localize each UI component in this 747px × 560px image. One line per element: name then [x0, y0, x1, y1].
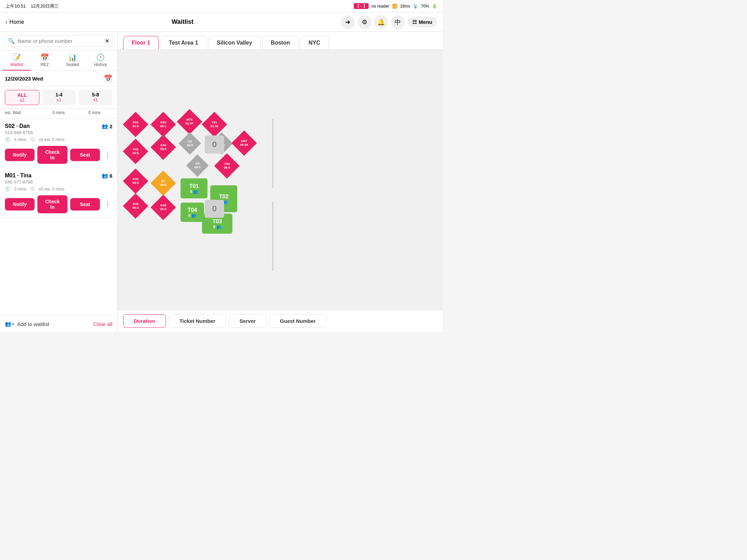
language-button[interactable]: 中 — [391, 15, 405, 29]
bottom-tab-ticket[interactable]: Ticket Number — [169, 314, 226, 328]
calendar-icon[interactable]: 📅 — [104, 74, 112, 83]
filter-5-8[interactable]: 5-8 x1 — [79, 90, 112, 105]
add-waitlist-button[interactable]: 👥+ Add to waitlist — [5, 321, 49, 327]
bottom-tabs: Duration Ticket Number Server Guest Numb… — [118, 310, 443, 332]
table-T01[interactable]: T01 8 👥 — [181, 178, 208, 198]
table-D3[interactable]: D309:5 — [190, 158, 205, 174]
table-K03[interactable]: K0300:1 — [154, 115, 172, 133]
history-icon: 🕐 — [96, 53, 105, 62]
table-K08[interactable]: K0805:3 — [154, 198, 172, 216]
entry-S02-actions: Notify Check In Seat ⋮ — [5, 146, 112, 164]
table-K05[interactable]: K0509:5 — [127, 172, 145, 190]
tab-waitlist[interactable]: 📝 Waitlist — [3, 50, 31, 71]
notifications-button[interactable]: 🔔 — [374, 15, 388, 29]
table-T03-seats: 8 👥 — [213, 225, 221, 229]
table-D2[interactable]: D209:5 — [182, 136, 198, 151]
entry-S02-notify-button[interactable]: Notify — [5, 149, 35, 161]
bottom-tab-guest[interactable]: Guest Number — [269, 314, 326, 328]
wifi-icon: 📶 — [392, 4, 397, 9]
bottom-tab-duration[interactable]: Duration — [123, 314, 166, 328]
table-Y04[interactable]: Y0409:5 — [218, 157, 236, 175]
menu-button[interactable]: ☷ Menu — [407, 17, 437, 27]
floor-tabs: Floor 1 Test Area 1 Silicon Valley Bosto… — [118, 32, 443, 50]
seated-icon: 📊 — [68, 53, 77, 62]
entry-S02-seat-button[interactable]: Seat — [70, 149, 100, 161]
page-title: Waitlist — [24, 18, 341, 26]
settings-button[interactable]: ⚙ — [358, 15, 371, 29]
tab-rez[interactable]: 📅 REZ — [31, 50, 59, 71]
tab-rez-label: REZ — [40, 62, 49, 67]
table-M75[interactable]: M7501:47 — [181, 113, 199, 131]
filter-1-4[interactable]: 1-4 x1 — [42, 90, 76, 105]
entry-M01-more-button[interactable]: ⋮ — [103, 199, 112, 210]
clear-search-icon[interactable]: ✕ — [105, 38, 109, 44]
filter-5-8-label: 5-8 — [80, 92, 111, 97]
table-empty-2[interactable]: 0 — [205, 200, 224, 218]
search-input-wrap[interactable]: 🔍 ✕ — [4, 35, 113, 47]
entry-M01-notifications: x0 est. 0 mins — [39, 187, 64, 192]
clear-all-button[interactable]: Clear all — [93, 321, 112, 327]
wait-label: est. Wait — [5, 110, 41, 115]
bottom-tab-server[interactable]: Server — [229, 314, 267, 328]
floor-tab-siliconvalley[interactable]: Silicon Valley — [208, 36, 261, 49]
table-T02-label: T02 — [219, 194, 229, 200]
floor-tab-nyc[interactable]: NYC — [300, 36, 329, 49]
right-content: Floor 1 Test Area 1 Silicon Valley Bosto… — [118, 32, 443, 332]
menu-grid-icon: ☷ — [412, 19, 417, 25]
entry-S02-top: S02 · Dan 👥 2 — [5, 123, 112, 129]
floor-tab-testarea1[interactable]: Test Area 1 — [160, 36, 206, 49]
party-filters: ALL x2 1-4 x1 5-8 x1 — [0, 86, 117, 109]
floor-tab-floor1[interactable]: Floor 1 — [123, 36, 159, 49]
sidebar-bottom: 👥+ Add to waitlist Clear all — [0, 316, 117, 332]
party-icon: 👥 — [102, 123, 108, 129]
table-empty-1[interactable]: 0 — [205, 136, 224, 153]
search-input[interactable] — [18, 38, 102, 44]
entry-M01-party: 👥 6 — [102, 172, 112, 179]
status-time: 上午10:51 — [6, 3, 26, 9]
entry-M01-checkin-button[interactable]: Check In — [37, 195, 67, 213]
table-M47[interactable]: M4709:59 — [235, 134, 253, 152]
table-T04[interactable]: T04 8 👥 — [181, 203, 204, 222]
table-T04-label: T04 — [187, 207, 197, 213]
sidebar: 🔍 ✕ 📝 Waitlist 📅 REZ 📊 Seated 🕐 History — [0, 32, 118, 332]
table-T03-label: T03 — [212, 218, 222, 225]
header-actions: ➜ ⚙ 🔔 中 ☷ Menu — [341, 15, 437, 29]
entry-S02-checkin-button[interactable]: Check In — [37, 146, 67, 164]
table-K06[interactable]: K0600:4 — [127, 197, 145, 215]
divider-left — [273, 119, 273, 188]
entry-S02-size: 2 — [110, 123, 112, 129]
tab-seated[interactable]: 📊 Seated — [59, 50, 87, 71]
entry-M01-seat-button[interactable]: Seat — [70, 198, 100, 211]
filter-all[interactable]: ALL x2 — [5, 90, 39, 105]
battery-value: 70% — [421, 4, 429, 9]
rez-icon: 📅 — [40, 53, 49, 62]
table-K01[interactable]: K0101:0 — [127, 115, 145, 133]
tab-history[interactable]: 🕐 History — [86, 50, 114, 71]
entry-S02: S02 · Dan 👥 2 310-948-6756 🕐 4 mins ⓘ x0… — [0, 119, 117, 168]
back-icon: ‹ — [6, 19, 7, 25]
back-button[interactable]: ‹ Home — [6, 19, 24, 25]
status-right: 【←】 no reader 📶 18ms 📡 70% 🔋 — [354, 3, 437, 9]
table-K02[interactable]: K0200:5 — [127, 142, 145, 160]
entry-S02-more-button[interactable]: ⋮ — [103, 149, 112, 160]
filter-1-4-count: x1 — [44, 97, 75, 102]
wait-1-4: 0 mins — [41, 110, 77, 115]
filter-5-8-count: x1 — [80, 97, 111, 102]
reader-label: no reader — [371, 4, 389, 9]
filter-all-count: x2 — [7, 98, 38, 103]
divider-left2 — [273, 202, 273, 271]
table-K04[interactable]: K0409:5 — [154, 138, 172, 156]
wait-time-icon-2: 🕐 — [5, 187, 10, 192]
add-person-icon: 👥+ — [5, 321, 15, 327]
table-D7[interactable]: D709:5 — [154, 174, 172, 192]
back-label: Home — [9, 19, 24, 25]
floor-map: K0101:0 K0200:5 K0300:1 K0409:5 — [118, 50, 443, 310]
waitlist-entries: S02 · Dan 👥 2 310-948-6756 🕐 4 mins ⓘ x0… — [0, 119, 117, 316]
export-button[interactable]: ➜ — [341, 15, 355, 29]
signal-icon: 📡 — [413, 4, 418, 9]
entry-M01-notify-button[interactable]: Notify — [5, 198, 35, 211]
notification-icon-2: ⓘ — [30, 186, 35, 192]
date-row: 12/20/2023 Wed 📅 — [0, 71, 117, 86]
floor-tab-boston[interactable]: Boston — [262, 36, 298, 49]
table-Y01[interactable]: Y0101:30 — [205, 115, 223, 133]
